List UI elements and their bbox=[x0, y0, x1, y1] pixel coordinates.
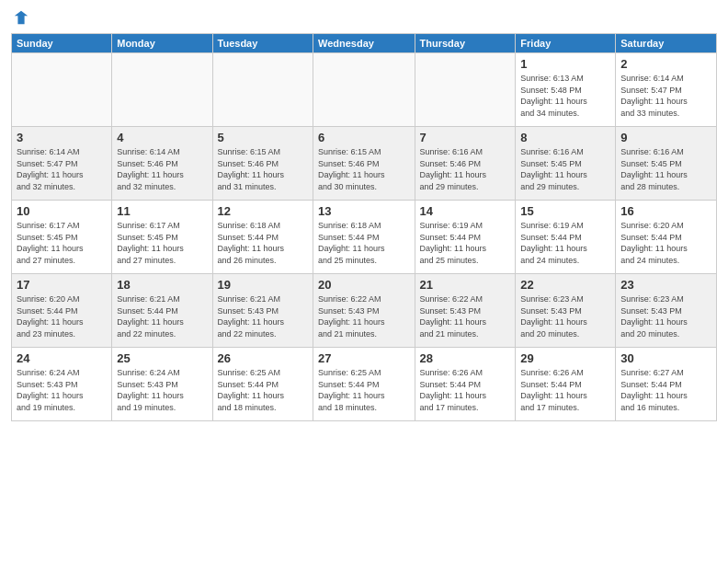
day-info: Sunrise: 6:24 AMSunset: 5:43 PMDaylight:… bbox=[117, 367, 207, 413]
day-number: 7 bbox=[420, 131, 511, 144]
calendar-header-row: SundayMondayTuesdayWednesdayThursdayFrid… bbox=[12, 34, 717, 53]
day-info: Sunrise: 6:25 AMSunset: 5:44 PMDaylight:… bbox=[218, 367, 308, 413]
day-info: Sunrise: 6:20 AMSunset: 5:44 PMDaylight:… bbox=[620, 220, 711, 266]
day-number: 25 bbox=[117, 351, 207, 365]
calendar-cell: 15Sunrise: 6:19 AMSunset: 5:44 PMDayligh… bbox=[516, 201, 616, 274]
day-number: 1 bbox=[520, 57, 610, 71]
calendar-week-row: 1Sunrise: 6:13 AMSunset: 5:48 PMDaylight… bbox=[12, 53, 717, 127]
day-number: 13 bbox=[318, 204, 410, 218]
calendar-cell: 7Sunrise: 6:16 AMSunset: 5:46 PMDaylight… bbox=[415, 127, 516, 201]
calendar-cell: 14Sunrise: 6:19 AMSunset: 5:44 PMDayligh… bbox=[415, 201, 516, 274]
day-info: Sunrise: 6:15 AMSunset: 5:46 PMDaylight:… bbox=[318, 146, 410, 192]
calendar-cell: 24Sunrise: 6:24 AMSunset: 5:43 PMDayligh… bbox=[12, 348, 112, 421]
day-number: 10 bbox=[17, 204, 107, 218]
day-info: Sunrise: 6:25 AMSunset: 5:44 PMDaylight:… bbox=[318, 367, 410, 413]
calendar-cell: 25Sunrise: 6:24 AMSunset: 5:43 PMDayligh… bbox=[112, 348, 212, 421]
logo bbox=[11, 9, 29, 26]
day-number: 28 bbox=[420, 351, 511, 365]
calendar-cell: 8Sunrise: 6:16 AMSunset: 5:45 PMDaylight… bbox=[516, 127, 616, 201]
day-info: Sunrise: 6:19 AMSunset: 5:44 PMDaylight:… bbox=[420, 220, 511, 266]
calendar-cell: 19Sunrise: 6:21 AMSunset: 5:43 PMDayligh… bbox=[212, 274, 313, 348]
calendar-cell: 21Sunrise: 6:22 AMSunset: 5:43 PMDayligh… bbox=[415, 274, 516, 348]
calendar-cell: 22Sunrise: 6:23 AMSunset: 5:43 PMDayligh… bbox=[516, 274, 616, 348]
calendar-table: SundayMondayTuesdayWednesdayThursdayFrid… bbox=[11, 33, 717, 421]
calendar-cell: 23Sunrise: 6:23 AMSunset: 5:43 PMDayligh… bbox=[616, 274, 717, 348]
calendar-cell: 16Sunrise: 6:20 AMSunset: 5:44 PMDayligh… bbox=[616, 201, 717, 274]
weekday-header-saturday: Saturday bbox=[616, 34, 717, 53]
calendar-cell: 29Sunrise: 6:26 AMSunset: 5:44 PMDayligh… bbox=[516, 348, 616, 421]
day-info: Sunrise: 6:20 AMSunset: 5:44 PMDaylight:… bbox=[17, 293, 107, 339]
calendar-cell: 6Sunrise: 6:15 AMSunset: 5:46 PMDaylight… bbox=[313, 127, 415, 201]
day-info: Sunrise: 6:18 AMSunset: 5:44 PMDaylight:… bbox=[218, 220, 308, 266]
page: SundayMondayTuesdayWednesdayThursdayFrid… bbox=[0, 0, 728, 563]
calendar-cell bbox=[415, 53, 516, 127]
svg-marker-0 bbox=[15, 11, 28, 24]
calendar-week-row: 10Sunrise: 6:17 AMSunset: 5:45 PMDayligh… bbox=[12, 201, 717, 274]
day-info: Sunrise: 6:23 AMSunset: 5:43 PMDaylight:… bbox=[620, 293, 711, 339]
calendar-cell: 26Sunrise: 6:25 AMSunset: 5:44 PMDayligh… bbox=[212, 348, 313, 421]
day-number: 17 bbox=[17, 278, 107, 292]
calendar-cell: 28Sunrise: 6:26 AMSunset: 5:44 PMDayligh… bbox=[415, 348, 516, 421]
calendar-cell: 2Sunrise: 6:14 AMSunset: 5:47 PMDaylight… bbox=[616, 53, 717, 127]
calendar-cell: 27Sunrise: 6:25 AMSunset: 5:44 PMDayligh… bbox=[313, 348, 415, 421]
calendar-cell: 1Sunrise: 6:13 AMSunset: 5:48 PMDaylight… bbox=[516, 53, 616, 127]
calendar-cell bbox=[313, 53, 415, 127]
day-number: 15 bbox=[520, 204, 610, 218]
day-number: 24 bbox=[17, 351, 107, 365]
calendar-cell: 13Sunrise: 6:18 AMSunset: 5:44 PMDayligh… bbox=[313, 201, 415, 274]
calendar-cell: 9Sunrise: 6:16 AMSunset: 5:45 PMDaylight… bbox=[616, 127, 717, 201]
day-info: Sunrise: 6:17 AMSunset: 5:45 PMDaylight:… bbox=[117, 220, 207, 266]
calendar-cell: 17Sunrise: 6:20 AMSunset: 5:44 PMDayligh… bbox=[12, 274, 112, 348]
day-number: 8 bbox=[520, 131, 610, 144]
calendar-cell: 4Sunrise: 6:14 AMSunset: 5:46 PMDaylight… bbox=[112, 127, 212, 201]
day-number: 30 bbox=[620, 351, 711, 365]
calendar-cell: 18Sunrise: 6:21 AMSunset: 5:44 PMDayligh… bbox=[112, 274, 212, 348]
day-number: 14 bbox=[420, 204, 511, 218]
weekday-header-sunday: Sunday bbox=[12, 34, 112, 53]
weekday-header-wednesday: Wednesday bbox=[313, 34, 415, 53]
day-number: 21 bbox=[420, 278, 511, 292]
day-number: 22 bbox=[520, 278, 610, 292]
day-info: Sunrise: 6:14 AMSunset: 5:47 PMDaylight:… bbox=[17, 146, 107, 192]
day-info: Sunrise: 6:26 AMSunset: 5:44 PMDaylight:… bbox=[520, 367, 610, 413]
day-info: Sunrise: 6:18 AMSunset: 5:44 PMDaylight:… bbox=[318, 220, 410, 266]
header bbox=[11, 9, 717, 26]
weekday-header-thursday: Thursday bbox=[415, 34, 516, 53]
day-info: Sunrise: 6:16 AMSunset: 5:45 PMDaylight:… bbox=[620, 146, 711, 192]
day-number: 11 bbox=[117, 204, 207, 218]
day-info: Sunrise: 6:19 AMSunset: 5:44 PMDaylight:… bbox=[520, 220, 610, 266]
day-number: 9 bbox=[620, 131, 711, 144]
day-info: Sunrise: 6:22 AMSunset: 5:43 PMDaylight:… bbox=[420, 293, 511, 339]
day-info: Sunrise: 6:22 AMSunset: 5:43 PMDaylight:… bbox=[318, 293, 410, 339]
day-info: Sunrise: 6:21 AMSunset: 5:44 PMDaylight:… bbox=[117, 293, 207, 339]
day-info: Sunrise: 6:21 AMSunset: 5:43 PMDaylight:… bbox=[218, 293, 308, 339]
day-number: 26 bbox=[218, 351, 308, 365]
calendar-week-row: 3Sunrise: 6:14 AMSunset: 5:47 PMDaylight… bbox=[12, 127, 717, 201]
day-info: Sunrise: 6:14 AMSunset: 5:47 PMDaylight:… bbox=[620, 73, 711, 119]
day-info: Sunrise: 6:13 AMSunset: 5:48 PMDaylight:… bbox=[520, 73, 610, 119]
weekday-header-monday: Monday bbox=[112, 34, 212, 53]
day-number: 19 bbox=[218, 278, 308, 292]
day-number: 16 bbox=[620, 204, 711, 218]
logo-flag-icon bbox=[13, 9, 29, 26]
day-info: Sunrise: 6:24 AMSunset: 5:43 PMDaylight:… bbox=[17, 367, 107, 413]
day-number: 12 bbox=[218, 204, 308, 218]
calendar-cell: 5Sunrise: 6:15 AMSunset: 5:46 PMDaylight… bbox=[212, 127, 313, 201]
day-number: 29 bbox=[520, 351, 610, 365]
calendar-week-row: 24Sunrise: 6:24 AMSunset: 5:43 PMDayligh… bbox=[12, 348, 717, 421]
weekday-header-tuesday: Tuesday bbox=[212, 34, 313, 53]
calendar-cell: 11Sunrise: 6:17 AMSunset: 5:45 PMDayligh… bbox=[112, 201, 212, 274]
day-info: Sunrise: 6:23 AMSunset: 5:43 PMDaylight:… bbox=[520, 293, 610, 339]
day-number: 6 bbox=[318, 131, 410, 144]
day-number: 23 bbox=[620, 278, 711, 292]
calendar-cell: 3Sunrise: 6:14 AMSunset: 5:47 PMDaylight… bbox=[12, 127, 112, 201]
day-info: Sunrise: 6:16 AMSunset: 5:46 PMDaylight:… bbox=[420, 146, 511, 192]
calendar-cell: 20Sunrise: 6:22 AMSunset: 5:43 PMDayligh… bbox=[313, 274, 415, 348]
day-info: Sunrise: 6:17 AMSunset: 5:45 PMDaylight:… bbox=[17, 220, 107, 266]
day-number: 5 bbox=[218, 131, 308, 144]
calendar-cell: 12Sunrise: 6:18 AMSunset: 5:44 PMDayligh… bbox=[212, 201, 313, 274]
day-number: 20 bbox=[318, 278, 410, 292]
day-number: 2 bbox=[620, 57, 711, 71]
day-info: Sunrise: 6:27 AMSunset: 5:44 PMDaylight:… bbox=[620, 367, 711, 413]
calendar-week-row: 17Sunrise: 6:20 AMSunset: 5:44 PMDayligh… bbox=[12, 274, 717, 348]
